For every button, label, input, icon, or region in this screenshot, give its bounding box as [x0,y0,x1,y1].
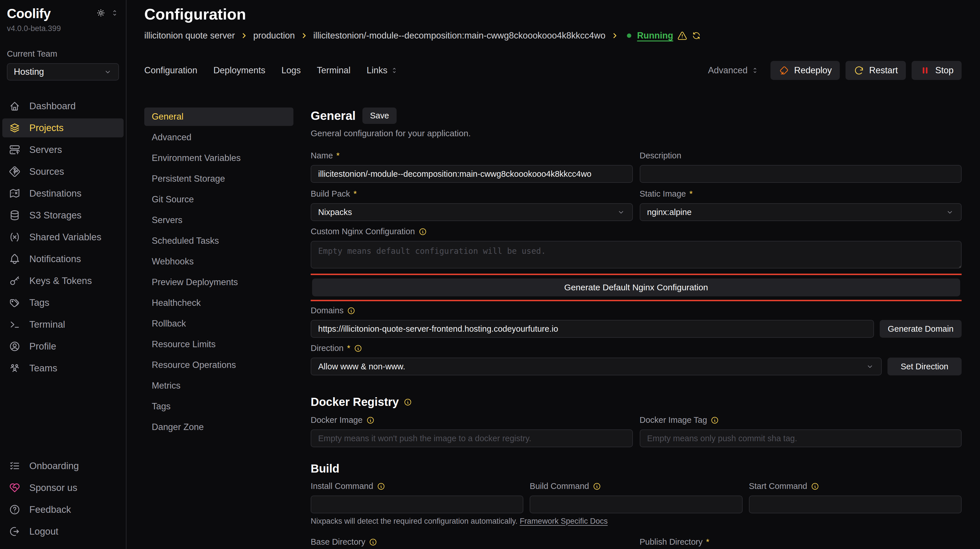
generate-nginx-config-button[interactable]: Generate Default Nginx Configuration [312,278,960,296]
sidebar-item-teams[interactable]: Teams [2,359,124,378]
subnav-item-metrics[interactable]: Metrics [144,377,293,395]
breadcrumb-chevron-icon [611,32,619,40]
publish-directory-label: Publish Directory [640,537,703,547]
domains-input[interactable] [311,320,874,338]
sidebar-item-onboarding[interactable]: Onboarding [2,457,124,476]
sidebar-item-s3-storages[interactable]: S3 Storages [2,206,124,225]
subnav-item-resource-limits[interactable]: Resource Limits [144,335,293,353]
sidebar-item-profile[interactable]: Profile [2,337,124,356]
sidebar-item-tags[interactable]: Tags [2,293,124,312]
sidebar-item-logout[interactable]: Logout [2,522,124,541]
set-direction-button[interactable]: Set Direction [888,358,962,376]
info-icon[interactable] [710,416,719,425]
info-icon[interactable] [354,344,363,353]
info-icon[interactable] [404,398,412,406]
subnav-item-scheduled-tasks[interactable]: Scheduled Tasks [144,232,293,250]
framework-docs-link[interactable]: Framework Specific Docs [520,517,608,525]
warning-icon[interactable] [677,30,687,41]
generate-domain-button[interactable]: Generate Domain [880,320,962,338]
direction-select[interactable]: Allow www & non-www. [311,358,882,376]
help-circle-icon [9,504,21,516]
info-icon[interactable] [811,482,819,491]
sidebar-item-notifications[interactable]: Notifications [2,250,124,269]
subnav-item-rollback[interactable]: Rollback [144,315,293,333]
checklist-icon [9,460,21,472]
selector-icon [390,67,398,75]
subnav-item-git-source[interactable]: Git Source [144,190,293,208]
tab-configuration[interactable]: Configuration [144,65,197,76]
tab-terminal[interactable]: Terminal [317,65,351,76]
selector-icon [751,67,759,75]
info-icon[interactable] [369,538,377,546]
team-select[interactable]: Hosting [7,63,119,81]
stop-button[interactable]: Stop [912,61,962,80]
subnav-item-webhooks[interactable]: Webhooks [144,252,293,271]
info-icon[interactable] [347,306,355,315]
sidebar-item-shared-variables[interactable]: Shared Variables [2,228,124,247]
sidebar-item-sponsor[interactable]: Sponsor us [2,478,124,497]
home-icon [9,100,21,112]
sidebar-item-label: Logout [29,526,58,537]
redeploy-icon [778,65,789,76]
info-icon[interactable] [418,228,427,236]
status-label[interactable]: Running [637,30,673,41]
app-version: v4.0.0-beta.399 [7,24,119,33]
breadcrumb-environment[interactable]: production [253,30,295,41]
build-pack-label: Build Pack [311,189,350,199]
sidebar-item-dashboard[interactable]: Dashboard [2,97,124,116]
sidebar-item-projects[interactable]: Projects [2,118,124,137]
theme-sun-icon[interactable] [96,8,106,18]
sidebar-item-label: Sources [29,166,64,177]
advanced-dropdown[interactable]: Advanced [708,65,759,76]
direction-label: Direction [311,344,344,353]
docker-image-input[interactable] [311,430,633,447]
breadcrumb-application[interactable]: illicitestonion/-module--decomposition:m… [313,30,606,41]
sidebar-item-feedback[interactable]: Feedback [2,500,124,519]
required-asterisk: * [353,189,356,199]
breadcrumb: illicitonion quote server production ill… [144,30,962,41]
sidebar-item-sources[interactable]: Sources [2,162,124,181]
user-circle-icon [9,341,21,352]
save-button[interactable]: Save [363,108,396,124]
description-label: Description [640,151,681,161]
theme-selector-icon[interactable] [110,9,119,17]
custom-nginx-textarea[interactable] [311,241,962,269]
name-input[interactable] [311,165,633,183]
subnav-item-tags[interactable]: Tags [144,397,293,415]
tab-logs[interactable]: Logs [282,65,301,76]
subnav-item-danger-zone[interactable]: Danger Zone [144,418,293,436]
tab-deployments[interactable]: Deployments [213,65,265,76]
redeploy-button[interactable]: Redeploy [770,61,840,80]
description-input[interactable] [640,165,962,183]
install-command-input[interactable] [311,495,523,513]
base-directory-label: Base Directory [311,537,365,547]
build-pack-select[interactable]: Nixpacks [311,203,633,221]
subnav-item-persistent-storage[interactable]: Persistent Storage [144,170,293,188]
restart-button[interactable]: Restart [845,61,906,80]
sidebar-item-label: Keys & Tokens [29,275,92,286]
refresh-icon[interactable] [692,31,701,41]
sidebar-item-label: S3 Storages [29,210,82,221]
sidebar-item-servers[interactable]: Servers [2,140,124,159]
breadcrumb-project[interactable]: illicitonion quote server [144,30,235,41]
subnav-item-general[interactable]: General [144,108,293,126]
subnav-item-advanced[interactable]: Advanced [144,128,293,146]
sidebar-item-destinations[interactable]: Destinations [2,184,124,203]
info-icon[interactable] [593,482,601,491]
info-icon[interactable] [377,482,385,491]
sidebar-item-keys-tokens[interactable]: Keys & Tokens [2,271,124,290]
subnav-item-preview-deployments[interactable]: Preview Deployments [144,273,293,291]
sidebar-item-terminal[interactable]: Terminal [2,315,124,334]
start-command-input[interactable] [749,495,962,513]
subnav-item-healthcheck[interactable]: Healthcheck [144,294,293,312]
subnav-item-environment-variables[interactable]: Environment Variables [144,149,293,167]
custom-nginx-field: Custom Nginx Configuration [311,227,962,270]
build-command-input[interactable] [530,495,742,513]
tab-links[interactable]: Links [367,65,398,76]
subnav-item-resource-operations[interactable]: Resource Operations [144,356,293,374]
docker-image-tag-input[interactable] [640,430,962,447]
subnav-item-servers[interactable]: Servers [144,211,293,229]
info-icon[interactable] [366,416,375,425]
sidebar-item-label: Onboarding [29,460,79,471]
static-image-select[interactable]: nginx:alpine [640,203,962,221]
